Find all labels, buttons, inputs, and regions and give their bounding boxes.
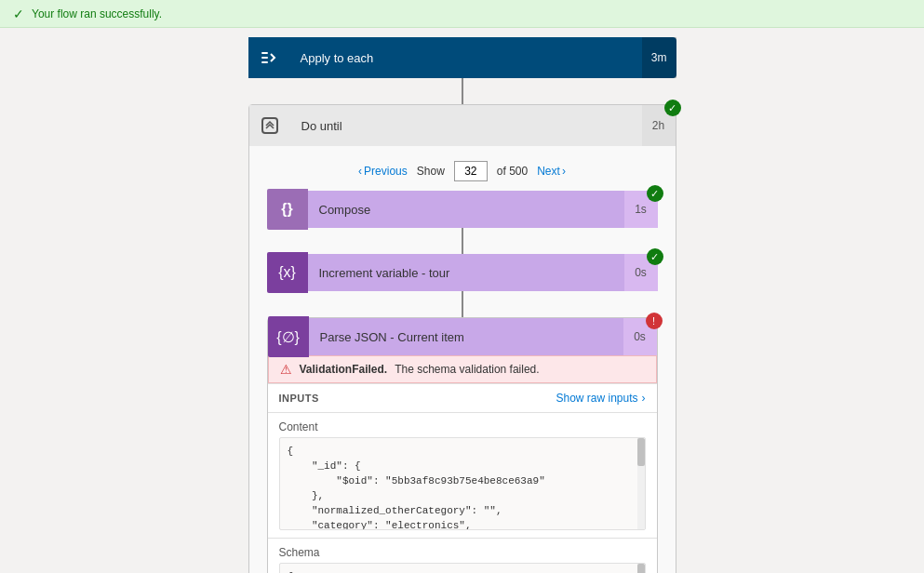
parse-json-icon: {∅} xyxy=(268,316,309,357)
schema-scrollbar-thumb[interactable] xyxy=(637,564,645,573)
main-content: Apply to each 3m Do until 2h ✓ xyxy=(0,28,924,573)
content-scrollbar-thumb[interactable] xyxy=(637,438,645,466)
flow-container: Apply to each 3m Do until 2h ✓ xyxy=(239,37,686,573)
compose-block[interactable]: {} Compose 1s ✓ xyxy=(267,191,658,228)
inputs-header: INPUTS Show raw inputs › xyxy=(268,384,657,413)
apply-to-each-icon xyxy=(248,37,289,78)
do-until-label: Do until xyxy=(290,119,642,133)
svg-rect-2 xyxy=(261,61,268,63)
schema-code-box: { "type": "object", "properties": { "_id… xyxy=(279,563,646,573)
content-code-box: { "_id": { "$oid": "5bb3af8c93b75e4be8ce… xyxy=(279,437,646,530)
content-label: Content xyxy=(279,420,646,433)
parse-json-status-badge: ! xyxy=(646,313,663,329)
schema-label: Schema xyxy=(279,546,646,559)
compose-block-wrapper: {} Compose 1s ✓ xyxy=(267,191,658,228)
compose-icon: {} xyxy=(267,189,308,230)
connector-3 xyxy=(462,291,463,317)
connector-1 xyxy=(462,78,463,104)
compose-label: Compose xyxy=(308,203,624,217)
increment-status-badge: ✓ xyxy=(647,248,663,265)
error-text-bold: ValidationFailed. xyxy=(300,363,388,376)
increment-label: Increment variable - tour xyxy=(308,266,624,280)
chevron-right-icon: › xyxy=(642,392,646,405)
inputs-content-body: Content { "_id": { "$oid": "5bb3af8c93b7… xyxy=(268,413,657,538)
parse-json-label: Parse JSON - Current item xyxy=(309,330,623,344)
schema-section: Schema { "type": "object", "properties":… xyxy=(268,538,657,573)
inputs-section: INPUTS Show raw inputs › Content { xyxy=(268,383,657,573)
content-scrollbar-track xyxy=(637,438,645,529)
increment-block-wrapper: {x} Increment variable - tour 0s ✓ xyxy=(267,254,658,291)
parse-json-wrapper: {∅} Parse JSON - Current item 0s ! ⚠ Val… xyxy=(267,317,658,573)
svg-rect-0 xyxy=(261,52,268,54)
connector-2 xyxy=(462,228,463,254)
inputs-title: INPUTS xyxy=(279,393,319,404)
show-raw-inputs-link[interactable]: Show raw inputs › xyxy=(556,392,645,405)
pagination-input[interactable] xyxy=(454,161,488,181)
apply-to-each-block[interactable]: Apply to each 3m xyxy=(248,37,676,78)
prev-chevron-icon: ‹ xyxy=(358,165,362,178)
parse-json-block[interactable]: {∅} Parse JSON - Current item 0s ! xyxy=(268,318,657,355)
compose-status-badge: ✓ xyxy=(647,185,663,202)
apply-to-each-label: Apply to each xyxy=(289,51,642,65)
do-until-wrapper: Do until 2h ✓ ‹ Previous Show of 500 xyxy=(248,104,676,573)
pagination-row: ‹ Previous Show of 500 Next › xyxy=(268,155,657,191)
apply-to-each-time: 3m xyxy=(642,37,676,78)
do-until-icon xyxy=(249,105,290,146)
do-until-body: ‹ Previous Show of 500 Next › {} xyxy=(249,146,676,573)
warning-icon: ⚠ xyxy=(280,362,292,377)
success-icon: ✓ xyxy=(13,7,24,21)
next-button[interactable]: Next › xyxy=(537,165,566,178)
next-chevron-icon: › xyxy=(562,165,566,178)
pagination-of: of 500 xyxy=(497,165,528,178)
error-banner: ⚠ ValidationFailed. The schema validatio… xyxy=(268,355,657,383)
error-text: The schema validation failed. xyxy=(395,363,539,376)
do-until-block[interactable]: Do until 2h ✓ xyxy=(249,105,676,146)
svg-rect-1 xyxy=(261,57,268,59)
success-text: Your flow ran successfully. xyxy=(32,7,162,20)
increment-block[interactable]: {x} Increment variable - tour 0s ✓ xyxy=(267,254,658,291)
increment-icon: {x} xyxy=(267,252,308,293)
success-banner: ✓ Your flow ran successfully. xyxy=(0,0,924,28)
do-until-status-badge: ✓ xyxy=(664,100,681,116)
pagination-show-label: Show xyxy=(417,165,445,178)
schema-scrollbar-track xyxy=(637,564,645,573)
prev-button[interactable]: ‹ Previous xyxy=(358,165,408,178)
